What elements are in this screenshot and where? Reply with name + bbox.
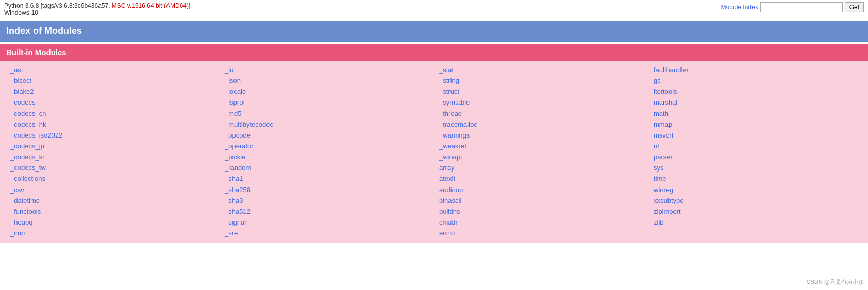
module-link[interactable]: _lsprof: [225, 97, 429, 108]
module-link[interactable]: parser: [654, 152, 858, 162]
module-link[interactable]: sys: [654, 163, 858, 173]
modules-grid: _ast_bisect_blake2_codecs_codecs_cn_code…: [0, 65, 868, 238]
builtin-title: Built-in Modules: [6, 48, 862, 57]
module-link[interactable]: builtins: [439, 207, 643, 217]
module-index-link[interactable]: Module Index: [721, 4, 758, 11]
module-link[interactable]: _symtable: [439, 97, 643, 108]
module-link[interactable]: binascii: [439, 196, 643, 206]
module-link[interactable]: _string: [439, 76, 643, 86]
module-link[interactable]: _codecs_hk: [10, 120, 214, 130]
search-button[interactable]: Get: [845, 2, 864, 12]
module-link[interactable]: _heapq: [10, 217, 214, 228]
module-link[interactable]: _operator: [225, 141, 429, 151]
index-header: Index of Modules: [0, 21, 868, 42]
module-link[interactable]: atexit: [439, 174, 643, 184]
module-link[interactable]: _ast: [10, 65, 214, 75]
module-link[interactable]: _weakref: [439, 141, 643, 151]
module-link[interactable]: _codecs: [10, 97, 214, 108]
module-link[interactable]: zipimport: [654, 207, 858, 217]
module-link[interactable]: _datetime: [10, 196, 214, 206]
module-link[interactable]: mmap: [654, 120, 858, 130]
module-link[interactable]: _warnings: [439, 130, 643, 141]
module-link[interactable]: zlib: [654, 217, 858, 228]
module-link[interactable]: marshal: [654, 97, 858, 108]
module-link[interactable]: _sha256: [225, 185, 429, 195]
module-link[interactable]: _blake2: [10, 87, 214, 97]
module-link[interactable]: itertools: [654, 87, 858, 97]
module-link[interactable]: _sre: [225, 228, 429, 238]
module-link[interactable]: _winapi: [439, 152, 643, 162]
version-line2: Windows-10: [4, 9, 190, 16]
module-link[interactable]: xxsubtype: [654, 196, 858, 206]
module-link[interactable]: _sha512: [225, 207, 429, 217]
module-link[interactable]: _struct: [439, 87, 643, 97]
module-link[interactable]: _collections: [10, 174, 214, 184]
version-text-end: ]: [189, 2, 190, 9]
module-link[interactable]: msvcrt: [654, 130, 858, 141]
module-link[interactable]: _codecs_iso2022: [10, 130, 214, 141]
module-link[interactable]: _md5: [225, 109, 429, 119]
top-bar: Python 3.6.8 [tags/v3.6.8:3c6b436a57, MS…: [0, 0, 868, 19]
module-link[interactable]: _json: [225, 76, 429, 86]
module-link[interactable]: _random: [225, 163, 429, 173]
module-link[interactable]: _signal: [225, 217, 429, 228]
module-link[interactable]: gc: [654, 76, 858, 86]
module-column-3: _stat_string_struct_symtable_thread_trac…: [434, 65, 648, 238]
module-link[interactable]: _imp: [10, 228, 214, 238]
module-link[interactable]: faulthandler: [654, 65, 858, 75]
version-line1: Python 3.6.8 [tags/v3.6.8:3c6b436a57, MS…: [4, 2, 190, 9]
index-title: Index of Modules: [6, 26, 862, 37]
module-column-1: _ast_bisect_blake2_codecs_codecs_cn_code…: [5, 65, 220, 238]
modules-area: _ast_bisect_blake2_codecs_codecs_cn_code…: [0, 61, 868, 243]
module-link[interactable]: _codecs_kr: [10, 152, 214, 162]
module-link[interactable]: time: [654, 174, 858, 184]
module-link[interactable]: _sha1: [225, 174, 429, 184]
module-link[interactable]: winreg: [654, 185, 858, 195]
module-link[interactable]: _thread: [439, 109, 643, 119]
module-link[interactable]: _codecs_jp: [10, 141, 214, 151]
top-bar-right: Module Index Get: [721, 2, 864, 12]
version-text-normal: Python 3.6.8 [tags/v3.6.8:3c6b436a57,: [4, 2, 112, 9]
search-input[interactable]: [760, 2, 843, 12]
module-link[interactable]: audioop: [439, 185, 643, 195]
module-link[interactable]: errno: [439, 228, 643, 238]
module-column-2: _io_json_locale_lsprof_md5_multibytecode…: [220, 65, 434, 238]
module-link[interactable]: _pickle: [225, 152, 429, 162]
module-link[interactable]: math: [654, 109, 858, 119]
module-link[interactable]: cmath: [439, 217, 643, 228]
module-link[interactable]: _codecs_cn: [10, 109, 214, 119]
module-link[interactable]: _csv: [10, 185, 214, 195]
module-link[interactable]: _multibytecodec: [225, 120, 429, 130]
module-link[interactable]: _opcode: [225, 130, 429, 141]
module-link[interactable]: array: [439, 163, 643, 173]
module-link[interactable]: _tracemalloc: [439, 120, 643, 130]
module-link[interactable]: _stat: [439, 65, 643, 75]
version-text-red: MSC v.1916 64 bit (AMD64): [112, 2, 189, 9]
module-link[interactable]: _io: [225, 65, 429, 75]
module-link[interactable]: _codecs_tw: [10, 163, 214, 173]
module-link[interactable]: _functools: [10, 207, 214, 217]
module-column-4: faulthandlergcitertoolsmarshalmathmmapms…: [648, 65, 863, 238]
module-link[interactable]: nt: [654, 141, 858, 151]
module-link[interactable]: _sha3: [225, 196, 429, 206]
module-link[interactable]: _bisect: [10, 76, 214, 86]
version-info: Python 3.6.8 [tags/v3.6.8:3c6b436a57, MS…: [4, 2, 190, 16]
builtin-header: Built-in Modules: [0, 44, 868, 61]
module-link[interactable]: _locale: [225, 87, 429, 97]
